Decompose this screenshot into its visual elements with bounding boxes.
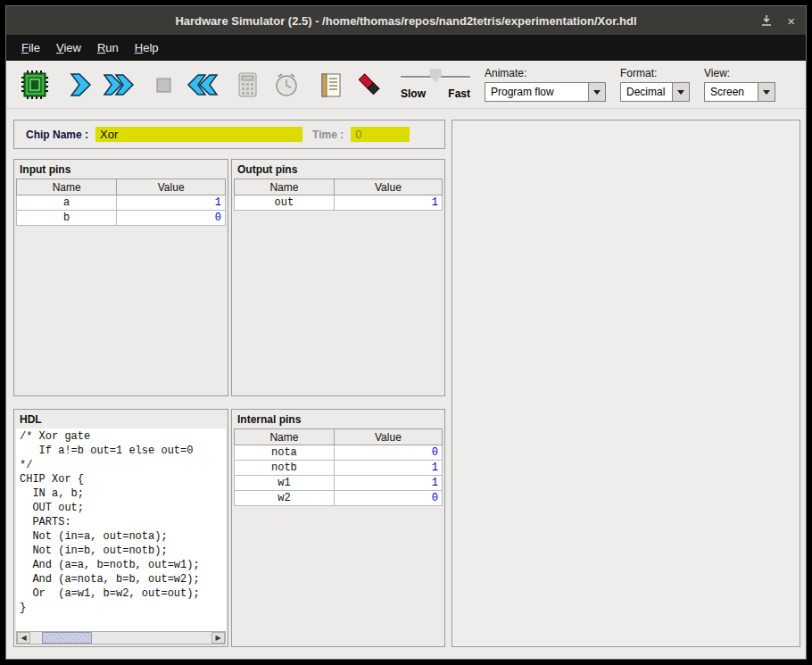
window-title: Hardware Simulator (2.5) - /home/thomas/… xyxy=(6,14,806,28)
hdl-code-line: } xyxy=(20,601,222,615)
output-pins-table: Name Value out 1 xyxy=(234,179,443,211)
menu-view[interactable]: View xyxy=(48,37,89,59)
hdl-panel: HDL /* Xor gate If a!=b out=1 else out=0… xyxy=(13,409,228,647)
slider-thumb[interactable] xyxy=(430,69,442,82)
stop-button[interactable] xyxy=(144,65,183,104)
load-chip-button[interactable] xyxy=(15,65,54,104)
window-controls: × xyxy=(760,6,795,35)
column-header-value: Value xyxy=(334,179,442,195)
menu-run[interactable]: Run xyxy=(89,37,127,59)
pin-name: notb xyxy=(235,461,335,476)
scrollbar-thumb[interactable] xyxy=(42,632,92,644)
slider-slow-label: Slow xyxy=(401,87,426,100)
screen-view-panel xyxy=(452,120,800,647)
chip-name-label: Chip Name : xyxy=(26,129,88,141)
minimize-icon xyxy=(760,14,773,27)
chevron-down-icon[interactable] xyxy=(758,83,775,101)
time-label: Time : xyxy=(312,129,344,141)
run-icon xyxy=(102,70,136,100)
pin-name: out xyxy=(235,195,335,211)
chevron-down-icon[interactable] xyxy=(672,83,689,101)
single-step-button[interactable] xyxy=(60,65,99,104)
table-row: notb 1 xyxy=(235,461,443,476)
single-step-icon xyxy=(64,70,95,100)
load-script-button[interactable] xyxy=(311,65,351,104)
menu-file[interactable]: File xyxy=(13,37,48,59)
pin-name: w1 xyxy=(235,476,335,491)
hdl-code-line: /* Xor gate xyxy=(20,429,222,444)
load-script-icon xyxy=(316,70,346,100)
close-button[interactable]: × xyxy=(787,14,795,28)
calculator-icon xyxy=(232,70,262,100)
clock-button[interactable] xyxy=(267,65,306,104)
hdl-code-line: And (a=a, b=notb, out=w1); xyxy=(20,558,222,572)
menu-help[interactable]: Help xyxy=(127,37,167,59)
format-select[interactable]: Decimal xyxy=(620,82,690,102)
internal-pins-title: Internal pins xyxy=(232,410,444,428)
hdl-code-line: CHIP Xor { xyxy=(20,472,222,486)
view-value: Screen xyxy=(705,83,758,101)
pin-value: 0 xyxy=(334,491,442,506)
toolbar: Slow Fast Animate: Program flow Format: … xyxy=(6,61,806,109)
output-pins-panel: Output pins Name Value out 1 xyxy=(231,159,445,396)
run-button[interactable] xyxy=(99,65,138,104)
scroll-right-icon[interactable]: ▶ xyxy=(211,632,225,644)
pin-value: 0 xyxy=(334,445,442,461)
output-pins-title: Output pins xyxy=(232,160,444,179)
stop-icon xyxy=(148,70,178,100)
view-select[interactable]: Screen xyxy=(704,82,775,102)
hdl-code-line: IN a, b; xyxy=(20,486,222,501)
view-label: View: xyxy=(704,67,775,79)
app-window: Hardware Simulator (2.5) - /home/thomas/… xyxy=(5,5,807,660)
table-row: w2 0 xyxy=(235,491,443,506)
hdl-code-line: And (a=nota, b=b, out=w2); xyxy=(20,572,222,586)
clear-icon xyxy=(355,70,385,100)
table-row: b 0 xyxy=(17,211,226,226)
chevron-down-icon[interactable] xyxy=(588,83,605,101)
input-pins-title: Input pins xyxy=(14,160,228,179)
hdl-horizontal-scrollbar[interactable]: ◀ ▶ xyxy=(16,631,226,644)
minimize-button[interactable] xyxy=(760,14,773,27)
titlebar: Hardware Simulator (2.5) - /home/thomas/… xyxy=(6,6,806,35)
slider-fast-label: Fast xyxy=(448,87,470,100)
animate-label: Animate: xyxy=(485,67,606,79)
scrollbar-track[interactable] xyxy=(30,632,211,644)
pin-name: b xyxy=(17,211,117,226)
pin-value: 1 xyxy=(334,195,442,211)
hdl-title: HDL xyxy=(14,410,228,428)
time-field: 0 xyxy=(351,127,410,142)
hdl-code-line: PARTS: xyxy=(20,515,222,529)
chip-name-field[interactable]: Xor xyxy=(95,127,302,142)
pin-value[interactable]: 1 xyxy=(117,195,226,211)
column-header-value: Value xyxy=(117,179,226,195)
hdl-code-line: If a!=b out=1 else out=0 xyxy=(20,444,222,458)
column-header-value: Value xyxy=(334,429,442,445)
input-pins-table: Name Value a 1 b 0 xyxy=(16,179,226,226)
clear-button[interactable] xyxy=(351,65,390,104)
animate-value: Program flow xyxy=(485,83,588,101)
speed-slider[interactable]: Slow Fast xyxy=(401,69,470,100)
reset-button[interactable] xyxy=(183,65,222,104)
column-header-name: Name xyxy=(235,179,335,195)
table-row: nota 0 xyxy=(235,445,443,461)
scroll-left-icon[interactable]: ◀ xyxy=(17,632,30,644)
format-value: Decimal xyxy=(621,83,672,101)
pin-value[interactable]: 0 xyxy=(117,211,226,226)
hdl-code-line: */ xyxy=(20,458,222,472)
main-content: Chip Name : Xor Time : 0 Input pins Name… xyxy=(6,109,806,659)
internal-pins-panel: Internal pins Name Value nota 0 notb 1 xyxy=(231,409,445,647)
input-pins-panel: Input pins Name Value a 1 b 0 xyxy=(13,159,228,396)
load-chip-icon xyxy=(19,70,51,100)
table-row: a 1 xyxy=(17,195,226,211)
column-header-name: Name xyxy=(17,179,117,195)
calculator-button[interactable] xyxy=(228,65,267,104)
hdl-code-line: Not (in=b, out=notb); xyxy=(20,544,222,558)
pin-name: nota xyxy=(235,445,335,461)
internal-pins-table: Name Value nota 0 notb 1 w1 1 xyxy=(234,428,443,506)
animate-select[interactable]: Program flow xyxy=(485,82,606,102)
hdl-code-line: OUT out; xyxy=(20,501,222,515)
pin-name: a xyxy=(17,195,117,211)
hdl-code-line: Not (in=a, out=nota); xyxy=(20,529,222,544)
format-label: Format: xyxy=(620,67,690,79)
hdl-code[interactable]: /* Xor gate If a!=b out=1 else out=0 */ … xyxy=(16,428,226,631)
